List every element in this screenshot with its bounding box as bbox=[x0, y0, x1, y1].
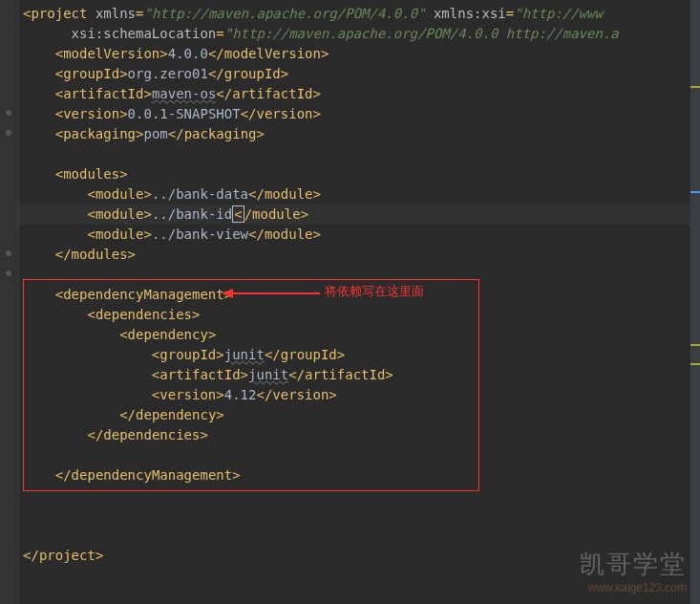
code-line[interactable]: <version>4.12</version> bbox=[19, 385, 700, 405]
code-line[interactable]: <project xmlns="http://maven.apache.org/… bbox=[19, 4, 700, 24]
code-line[interactable] bbox=[19, 485, 700, 506]
code-line[interactable]: <module>../bank-data</module> bbox=[19, 184, 700, 205]
code-line[interactable]: </dependency> bbox=[19, 405, 700, 425]
gutter-marker bbox=[6, 270, 11, 276]
code-line[interactable]: <artifactId>maven-os</artifactId> bbox=[19, 84, 700, 104]
code-line[interactable]: <module>../bank-view</module> bbox=[19, 225, 700, 245]
code-line[interactable]: xsi:schemaLocation="http://maven.apache.… bbox=[19, 24, 700, 44]
code-line[interactable] bbox=[19, 506, 700, 526]
vertical-scrollbar[interactable] bbox=[690, 0, 700, 604]
code-line[interactable]: <dependency> bbox=[19, 325, 700, 345]
code-line[interactable] bbox=[19, 526, 700, 546]
code-line[interactable]: </modules> bbox=[19, 245, 700, 265]
code-line[interactable]: <modelVersion>4.0.0</modelVersion> bbox=[19, 44, 700, 64]
code-line[interactable]: <groupId>junit</groupId> bbox=[19, 345, 700, 365]
editor-gutter bbox=[0, 0, 19, 604]
code-line[interactable]: </dependencyManagement> bbox=[19, 465, 700, 485]
code-line[interactable]: <artifactId>junit</artifactId> bbox=[19, 365, 700, 385]
code-line[interactable] bbox=[19, 144, 700, 164]
gutter-marker bbox=[6, 110, 11, 116]
code-line[interactable]: </dependencies> bbox=[19, 425, 700, 445]
code-line[interactable]: <packaging>pom</packaging> bbox=[19, 124, 700, 144]
code-line[interactable] bbox=[19, 445, 700, 465]
code-line[interactable]: <modules> bbox=[19, 164, 700, 184]
code-line[interactable]: <module>../bank-id</module> bbox=[19, 205, 700, 225]
annotation-label: 将依赖写在这里面 bbox=[325, 283, 424, 300]
watermark-url: www.kaige123.com bbox=[580, 581, 687, 594]
code-line[interactable]: </project> bbox=[19, 546, 700, 566]
code-line[interactable] bbox=[19, 265, 700, 285]
gutter-marker bbox=[6, 250, 11, 256]
gutter-marker bbox=[6, 130, 11, 136]
code-line[interactable]: <dependencies> bbox=[19, 305, 700, 325]
code-line[interactable]: <groupId>org.zero01</groupId> bbox=[19, 64, 700, 84]
code-line[interactable]: <version>0.0.1-SNAPSHOT</version> bbox=[19, 104, 700, 124]
